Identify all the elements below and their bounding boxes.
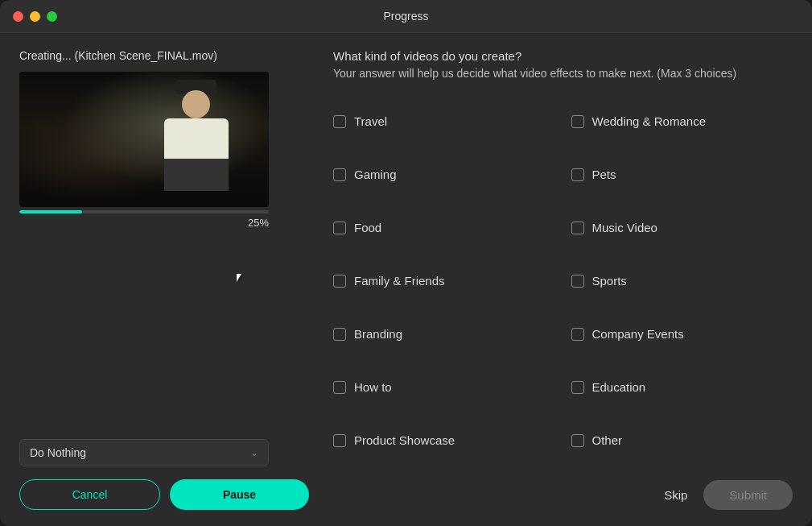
checkbox-gaming[interactable]: Gaming [333, 155, 555, 195]
maximize-button[interactable] [47, 11, 57, 22]
checkbox-label-product: Product Showcase [354, 433, 455, 447]
checkbox-branding[interactable]: Branding [333, 314, 555, 354]
checkbox-education[interactable]: Education [571, 367, 793, 408]
checkbox-box-family [333, 275, 346, 288]
progress-percent: 25% [19, 217, 269, 229]
traffic-lights [13, 11, 57, 22]
chef-body [164, 118, 229, 191]
completion-dropdown[interactable]: Do Nothing ⌄ [19, 439, 269, 466]
checkbox-label-pets: Pets [592, 168, 616, 181]
checkbox-grid: Travel Wedding & Romance Gaming Pets Foo… [333, 101, 793, 461]
checkbox-label-company: Company Events [592, 327, 684, 341]
main-content: Creating... (Kitchen Scene_FINAL.mov) [0, 33, 812, 526]
checkbox-label-family: Family & Friends [354, 274, 445, 288]
survey-subtitle: Your answer will help us decide what vid… [333, 66, 793, 82]
checkbox-pets[interactable]: Pets [571, 155, 793, 195]
checkbox-label-food: Food [354, 221, 381, 234]
checkbox-box-music [571, 222, 584, 234]
chef-head [182, 90, 210, 118]
counter [164, 159, 229, 191]
chevron-down-icon: ⌄ [250, 447, 258, 458]
checkbox-music[interactable]: Music Video [571, 208, 793, 248]
checkbox-food[interactable]: Food [333, 208, 555, 248]
creating-label: Creating... (Kitchen Scene_FINAL.mov) [19, 49, 309, 62]
checkbox-label-gaming: Gaming [354, 168, 397, 181]
checkbox-label-wedding: Wedding & Romance [592, 114, 706, 128]
progress-bar-fill [19, 210, 82, 213]
checkbox-sports[interactable]: Sports [571, 261, 793, 301]
checkbox-travel[interactable]: Travel [333, 101, 555, 142]
checkbox-box-wedding [571, 115, 584, 128]
right-panel: What kind of videos do you create? Your … [333, 49, 793, 510]
survey-title: What kind of videos do you create? [333, 49, 793, 63]
cancel-button[interactable]: Cancel [19, 479, 160, 510]
checkbox-label-travel: Travel [354, 114, 387, 128]
skip-button[interactable]: Skip [664, 488, 687, 502]
checkbox-wedding[interactable]: Wedding & Romance [571, 101, 793, 142]
checkbox-family[interactable]: Family & Friends [333, 261, 555, 301]
checkbox-label-music: Music Video [592, 221, 657, 234]
checkbox-box-travel [333, 115, 346, 128]
checkbox-label-sports: Sports [592, 274, 627, 288]
button-row: Cancel Pause [19, 479, 309, 510]
checkbox-box-product [333, 434, 346, 447]
checkbox-box-company [571, 328, 584, 341]
left-panel: Creating... (Kitchen Scene_FINAL.mov) [19, 49, 309, 510]
checkbox-company[interactable]: Company Events [571, 314, 793, 354]
checkbox-box-education [571, 381, 584, 394]
checkbox-label-branding: Branding [354, 327, 402, 341]
window-title: Progress [383, 10, 428, 23]
dropdown-label: Do Nothing [30, 446, 86, 459]
minimize-button[interactable] [30, 11, 40, 22]
checkbox-label-education: Education [592, 380, 646, 394]
close-button[interactable] [13, 11, 23, 22]
bottom-controls: Do Nothing ⌄ Cancel Pause [19, 426, 309, 510]
checkbox-box-pets [571, 168, 584, 181]
survey-footer: Skip Submit [333, 480, 793, 510]
progress-bar-container [19, 210, 269, 213]
title-bar: Progress [0, 0, 812, 33]
video-preview [19, 72, 269, 207]
checkbox-box-food [333, 222, 346, 234]
checkbox-box-branding [333, 328, 346, 341]
checkbox-box-gaming [333, 168, 346, 181]
pause-button[interactable]: Pause [170, 479, 309, 510]
checkbox-howto[interactable]: How to [333, 367, 555, 408]
video-scene [19, 72, 269, 207]
checkbox-label-other: Other [592, 433, 623, 447]
checkbox-box-sports [571, 275, 584, 288]
checkbox-other[interactable]: Other [571, 420, 793, 461]
checkbox-label-howto: How to [354, 380, 392, 394]
checkbox-product[interactable]: Product Showcase [333, 420, 555, 461]
checkbox-box-other [571, 434, 584, 447]
checkbox-box-howto [333, 381, 346, 394]
main-window: Progress Creating... (Kitchen Scene_FINA… [0, 0, 812, 526]
submit-button[interactable]: Submit [703, 480, 793, 510]
chef-silhouette [148, 80, 245, 197]
